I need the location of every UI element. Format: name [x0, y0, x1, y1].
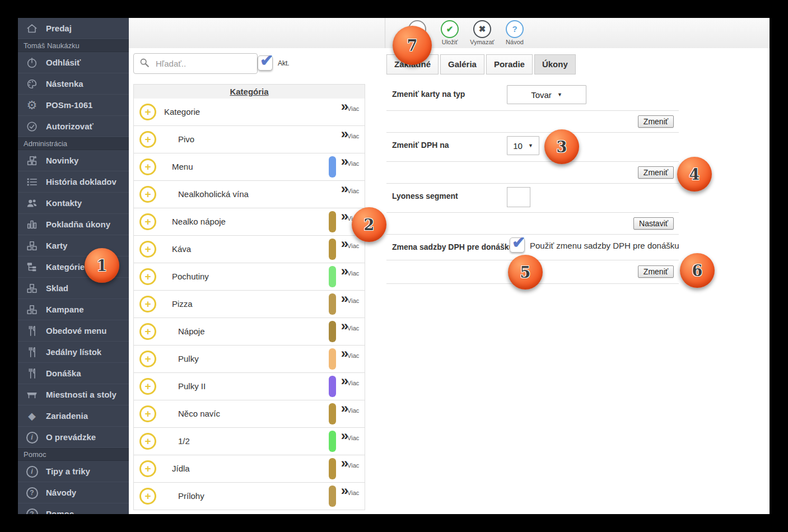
add-subcategory-icon[interactable]: +	[139, 351, 156, 367]
annotation-badge-4: 4	[677, 157, 712, 192]
more-button[interactable]: »Viac	[339, 319, 361, 333]
more-button[interactable]: »Viac	[339, 236, 361, 251]
active-checkbox[interactable]: ✔	[258, 55, 273, 71]
sidebar-item-odhlasit[interactable]: Odhlásiť	[18, 52, 129, 73]
add-subcategory-icon[interactable]: +	[139, 405, 156, 422]
more-button[interactable]: »Viac	[339, 456, 361, 470]
category-row[interactable]: + Pizza »Viac	[134, 291, 365, 318]
set-lyoness-button[interactable]: Nastaviť	[633, 217, 674, 230]
category-row[interactable]: + Káva »Viac	[134, 236, 365, 263]
add-subcategory-icon[interactable]: +	[139, 268, 156, 285]
delete-button[interactable]: ✖ Vymazať	[466, 18, 498, 48]
category-column-header-link[interactable]: Kategória	[230, 87, 268, 96]
category-row[interactable]: + 1/2 »Viac	[134, 428, 365, 455]
add-subcategory-icon[interactable]: +	[139, 186, 156, 203]
category-row[interactable]: + Prílohy »Viac	[134, 483, 365, 510]
sidebar-item-pomoc[interactable]: ? Pomoc	[18, 503, 129, 514]
category-row[interactable]: + Něco navíc »Viac	[134, 400, 365, 428]
help-button[interactable]: ? Návod	[498, 18, 531, 48]
sidebar-item-pokladna-ukony[interactable]: Pokladňa úkony	[18, 214, 129, 235]
add-subcategory-icon[interactable]: +	[139, 460, 156, 477]
add-subcategory-icon[interactable]: +	[139, 488, 156, 505]
info-icon: i	[25, 431, 39, 444]
add-subcategory-icon[interactable]: +	[139, 213, 156, 230]
more-button[interactable]: »Viac	[339, 127, 361, 141]
sidebar-item-kampane[interactable]: Kampane	[18, 299, 129, 320]
card-type-select[interactable]: Tovar ▼	[507, 85, 586, 104]
sidebar-item-kontakty[interactable]: Kontakty	[18, 193, 129, 214]
category-row[interactable]: + Pivo »Viac	[134, 126, 365, 153]
add-subcategory-icon[interactable]: +	[139, 378, 156, 395]
sidebar-item-miestnosti-a-stoly[interactable]: Miestnosti a stoly	[18, 384, 129, 405]
category-row[interactable]: + Pochutiny »Viac	[134, 263, 365, 291]
sidebar-item-novinky[interactable]: Novinky	[18, 150, 129, 171]
boxes-icon	[25, 240, 39, 252]
category-row[interactable]: + Pulky II »Viac	[134, 373, 365, 400]
more-button[interactable]: »Viac	[339, 291, 361, 306]
sidebar-item-predaj[interactable]: Predaj	[18, 18, 129, 39]
boxes-icon	[25, 304, 39, 316]
double-chevron-icon: »	[341, 400, 347, 416]
change-delivery-vat-button[interactable]: Zmeniť	[638, 265, 674, 278]
more-button[interactable]: »Viac	[339, 483, 361, 498]
sidebar-item-tipy-a-triky[interactable]: i Tipy a triky	[18, 461, 129, 482]
sidebar-item-sklad[interactable]: Sklad	[18, 278, 129, 299]
sidebar-item-label: Novinky	[46, 156, 78, 165]
category-color-bar	[329, 403, 336, 424]
category-list: + Kategorie »Viac + Pivo »Viac + Menu »V…	[133, 99, 365, 510]
sidebar-item-donaska[interactable]: Donáška	[18, 363, 129, 384]
sidebar-item-posm[interactable]: ⚙ POSm-1061	[18, 95, 129, 116]
category-row[interactable]: + Nealkoholická vína »Viac	[134, 181, 365, 208]
category-row[interactable]: + Menu »Viac	[134, 153, 365, 181]
category-row[interactable]: + Nealko nápoje »Viac	[134, 208, 365, 236]
save-button[interactable]: ✔ Uložiť	[433, 18, 466, 48]
sidebar-item-nastenka[interactable]: Nástenka	[18, 73, 129, 95]
category-row[interactable]: + Nápoje »Viac	[134, 318, 365, 346]
sidebar-item-label: O prevádzke	[46, 432, 96, 442]
tab-poradie[interactable]: Poradie	[486, 54, 533, 74]
annotation-badge-5: 5	[508, 255, 543, 290]
more-button[interactable]: »Viac	[339, 346, 361, 361]
sidebar-item-zariadenia[interactable]: ◆ Zariadenia	[18, 405, 129, 427]
change-vat-button[interactable]: Zmeniť	[638, 166, 674, 179]
add-subcategory-icon[interactable]: +	[139, 296, 156, 312]
delivery-vat-checkbox[interactable]: ✔	[510, 237, 525, 253]
add-subcategory-icon[interactable]: +	[139, 241, 156, 258]
tab-galeria[interactable]: Galéria	[440, 54, 484, 74]
more-button[interactable]: »Viac	[339, 401, 361, 416]
category-row[interactable]: + Jídla »Viac	[134, 455, 365, 483]
category-row[interactable]: + Kategorie »Viac	[134, 99, 365, 126]
sidebar-item-obedove-menu[interactable]: Obedové menu	[18, 320, 129, 342]
add-subcategory-icon[interactable]: +	[139, 104, 156, 120]
sidebar-item-o-prevadzke[interactable]: i O prevádzke	[18, 427, 129, 448]
check-icon: ✔	[512, 233, 525, 252]
add-subcategory-icon[interactable]: +	[139, 158, 156, 175]
more-button[interactable]: »Viac	[339, 264, 361, 278]
category-row[interactable]: + Pulky »Viac	[134, 346, 365, 373]
boxes-icon	[25, 282, 39, 295]
vat-select[interactable]: 10 ▼	[507, 136, 539, 155]
annotation-badge-7: 7	[393, 26, 432, 65]
add-subcategory-icon[interactable]: +	[139, 323, 156, 340]
add-subcategory-icon[interactable]: +	[139, 131, 156, 148]
change-card-type-button[interactable]: Zmeniť	[638, 115, 674, 128]
sidebar-item-jedalny-listok[interactable]: Jedálny lístok	[18, 342, 129, 363]
more-button[interactable]: »Viac	[339, 428, 361, 443]
search-input[interactable]	[155, 58, 241, 69]
lyoness-segment-input[interactable]	[507, 187, 530, 207]
more-button[interactable]: »Viac	[339, 154, 361, 169]
more-button[interactable]: »Viac	[339, 99, 361, 114]
sidebar-item-historia-dokladov[interactable]: História dokladov	[18, 171, 129, 193]
check-circle-icon	[25, 120, 39, 133]
more-button[interactable]: »Viac	[339, 374, 361, 388]
tab-ukony[interactable]: Úkony	[534, 54, 576, 74]
delete-icon: ✖	[473, 20, 491, 38]
delivery-vat-checkbox-label: Použiť zmenu sadzby DPH pre donášku	[530, 241, 679, 250]
list-icon	[25, 176, 39, 188]
sidebar-item-navody[interactable]: ? Návody	[18, 482, 129, 503]
sidebar-item-autorizovat[interactable]: Autorizovať	[18, 116, 129, 137]
double-chevron-icon: »	[341, 318, 347, 333]
table-icon	[25, 389, 39, 401]
add-subcategory-icon[interactable]: +	[139, 433, 156, 450]
more-button[interactable]: »Viac	[339, 181, 361, 196]
